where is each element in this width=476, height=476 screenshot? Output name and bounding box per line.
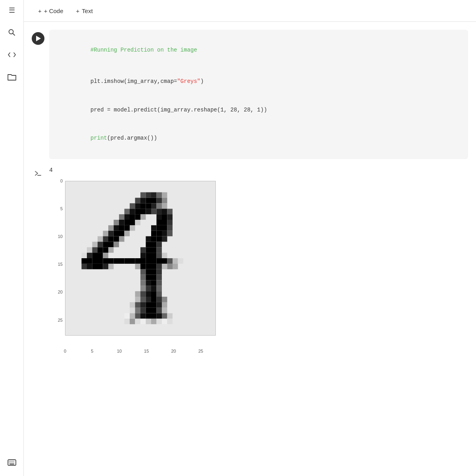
svg-rect-139 <box>146 263 152 269</box>
svg-rect-98 <box>140 247 146 253</box>
svg-rect-195 <box>125 319 130 324</box>
add-text-button[interactable]: + Text <box>70 5 99 17</box>
svg-rect-141 <box>157 263 162 269</box>
svg-rect-126 <box>157 258 162 264</box>
svg-rect-92 <box>157 242 162 247</box>
y-label-15: 15 <box>58 262 63 267</box>
svg-rect-182 <box>146 307 152 313</box>
svg-rect-134 <box>98 263 103 269</box>
x-label-15: 15 <box>144 349 149 353</box>
svg-rect-115 <box>98 258 103 264</box>
svg-rect-130 <box>178 258 184 264</box>
digit-plot <box>65 181 216 336</box>
svg-rect-65 <box>162 225 167 230</box>
svg-rect-153 <box>140 280 146 286</box>
sidebar: ☰ <box>0 0 24 476</box>
svg-rect-36 <box>140 209 146 214</box>
svg-rect-85 <box>92 242 98 247</box>
svg-rect-28 <box>140 203 146 209</box>
svg-rect-32 <box>162 203 167 209</box>
svg-rect-63 <box>151 225 157 230</box>
svg-rect-190 <box>146 313 152 319</box>
svg-rect-133 <box>92 263 98 269</box>
y-label-20: 20 <box>58 290 63 294</box>
svg-rect-147 <box>151 269 157 274</box>
svg-rect-185 <box>162 307 167 313</box>
code-comment-line: #Running Prediction on the image <box>57 36 460 64</box>
code-line-3: print(pred.argmax()) <box>57 124 460 152</box>
svg-rect-158 <box>146 286 152 291</box>
cell-code-content[interactable]: #Running Prediction on the image plt.ims… <box>49 30 468 159</box>
svg-rect-75 <box>167 230 173 236</box>
svg-rect-91 <box>151 242 157 247</box>
svg-rect-107 <box>140 253 146 258</box>
svg-rect-163 <box>146 291 152 297</box>
svg-rect-62 <box>130 225 135 230</box>
svg-rect-34 <box>130 209 135 214</box>
svg-rect-39 <box>157 209 162 214</box>
svg-rect-23 <box>151 198 157 203</box>
svg-rect-154 <box>146 280 152 286</box>
svg-rect-203 <box>167 319 173 324</box>
svg-rect-31 <box>157 203 162 209</box>
code-icon[interactable] <box>6 49 17 60</box>
keyboard-icon[interactable] <box>6 457 17 468</box>
add-code-button[interactable]: + + Code <box>32 5 70 17</box>
svg-rect-152 <box>157 274 162 280</box>
svg-rect-57 <box>167 220 173 225</box>
svg-rect-16 <box>146 192 152 198</box>
svg-rect-114 <box>92 258 98 264</box>
svg-rect-131 <box>82 263 87 269</box>
svg-rect-37 <box>146 209 152 214</box>
svg-rect-176 <box>151 302 157 307</box>
svg-rect-29 <box>146 203 152 209</box>
svg-rect-101 <box>157 247 162 253</box>
svg-rect-52 <box>125 220 130 225</box>
main-content: + + Code + Text #Running Prediction on t… <box>24 0 476 476</box>
svg-rect-135 <box>103 263 109 269</box>
svg-rect-15 <box>140 192 146 198</box>
svg-line-1 <box>13 34 15 36</box>
svg-rect-124 <box>146 258 152 264</box>
svg-rect-93 <box>87 247 92 253</box>
x-label-20: 20 <box>171 349 176 353</box>
svg-rect-167 <box>140 297 146 302</box>
svg-rect-68 <box>108 230 114 236</box>
y-axis-labels: 0 5 10 15 20 25 <box>49 181 64 336</box>
y-label-0: 0 <box>60 178 63 183</box>
svg-rect-72 <box>151 230 157 236</box>
y-label-25: 25 <box>58 318 63 322</box>
svg-rect-142 <box>162 263 167 269</box>
svg-rect-87 <box>103 242 109 247</box>
svg-rect-96 <box>103 247 109 253</box>
svg-rect-136 <box>108 263 114 269</box>
svg-rect-30 <box>151 203 157 209</box>
notebook: #Running Prediction on the image plt.ims… <box>24 22 476 476</box>
svg-rect-82 <box>151 236 157 242</box>
svg-rect-69 <box>114 230 119 236</box>
x-label-0: 0 <box>64 349 66 353</box>
folder-icon[interactable] <box>6 71 17 83</box>
svg-rect-194 <box>167 313 173 319</box>
search-icon[interactable] <box>6 27 17 38</box>
svg-rect-83 <box>157 236 162 242</box>
svg-rect-54 <box>135 220 141 225</box>
svg-rect-108 <box>146 253 152 258</box>
menu-icon[interactable]: ☰ <box>6 5 17 16</box>
svg-rect-146 <box>146 269 152 274</box>
svg-rect-67 <box>103 230 109 236</box>
svg-rect-59 <box>114 225 119 230</box>
svg-rect-74 <box>162 230 167 236</box>
svg-rect-60 <box>119 225 125 230</box>
svg-rect-151 <box>151 274 157 280</box>
svg-rect-94 <box>92 247 98 253</box>
svg-rect-188 <box>135 313 141 319</box>
svg-rect-161 <box>135 291 141 297</box>
code-predict-line: pred = model.predict(img_array.reshape(1… <box>90 107 267 113</box>
run-cell-button[interactable] <box>32 32 44 45</box>
svg-rect-173 <box>135 302 141 307</box>
svg-rect-90 <box>146 242 152 247</box>
svg-rect-181 <box>140 307 146 313</box>
plus-text-icon: + <box>76 8 80 14</box>
svg-rect-178 <box>162 302 167 307</box>
